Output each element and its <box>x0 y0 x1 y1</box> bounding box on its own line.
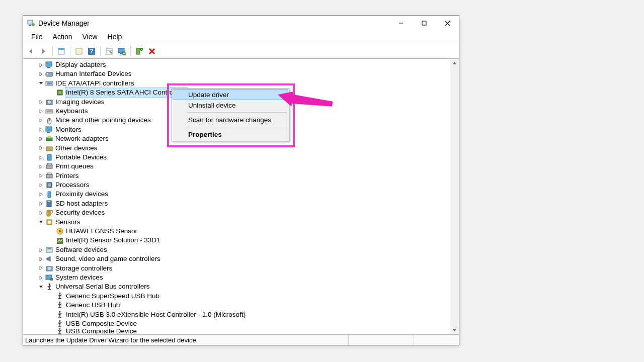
chevron-right-icon[interactable] <box>38 62 44 68</box>
vertical-scrollbar[interactable] <box>450 59 459 334</box>
tree-label: Imaging devices <box>55 98 105 107</box>
device-item[interactable]: USB Composite Device <box>23 319 450 328</box>
device-item[interactable]: Generic SuperSpeed USB Hub <box>23 292 450 301</box>
camera-icon <box>45 98 53 106</box>
device-category[interactable]: Portable Devices <box>23 153 450 162</box>
device-category[interactable]: Printers <box>23 171 450 180</box>
usbdev-icon <box>56 328 64 334</box>
chevron-right-icon[interactable] <box>38 183 44 188</box>
system-icon <box>45 274 53 282</box>
chevron-right-icon[interactable] <box>38 173 44 178</box>
context-menu-update-driver[interactable]: Update driver <box>173 89 288 100</box>
printer-icon <box>45 162 53 170</box>
device-category[interactable]: Print queues <box>23 162 450 171</box>
chevron-down-icon[interactable] <box>38 284 44 290</box>
close-button[interactable] <box>436 16 459 31</box>
menubar: File Action View Help <box>23 31 459 44</box>
tree-label: USB Composite Device <box>66 319 137 328</box>
chevron-right-icon[interactable] <box>38 71 44 77</box>
show-hidden-button[interactable] <box>56 46 67 56</box>
chevron-right-icon[interactable] <box>38 127 44 132</box>
tree-label: Storage controllers <box>55 264 112 273</box>
svg-rect-2 <box>28 26 32 26</box>
device-category[interactable]: Sound, video and game controllers <box>23 254 450 263</box>
svg-rect-39 <box>47 132 50 133</box>
tree-label: USB Composite Device <box>66 328 137 334</box>
gnss-icon <box>56 227 64 235</box>
chevron-right-icon[interactable] <box>38 118 44 123</box>
menu-action[interactable]: Action <box>48 32 77 43</box>
scroll-up-button[interactable] <box>450 59 459 67</box>
device-category[interactable]: Universal Serial Bus controllers <box>23 282 450 291</box>
chevron-right-icon[interactable] <box>38 275 44 281</box>
sensor2-icon <box>56 237 64 245</box>
keyboard-icon <box>45 107 53 115</box>
device-item[interactable]: Generic USB Hub <box>23 301 450 310</box>
device-category[interactable]: Other devices <box>23 144 450 153</box>
svg-point-71 <box>59 328 61 329</box>
back-button[interactable] <box>26 46 37 56</box>
menu-view[interactable]: View <box>77 32 102 43</box>
help-button[interactable]: ? <box>86 46 97 56</box>
toolbar-separator <box>100 46 101 56</box>
svg-rect-0 <box>28 20 33 24</box>
tree-label: Intel(R) Sensor Solution - 33D1 <box>66 236 160 245</box>
display-icon <box>45 61 53 69</box>
chevron-right-icon[interactable] <box>38 210 44 216</box>
chevron-right-icon[interactable] <box>38 99 44 105</box>
chevron-right-icon[interactable] <box>38 247 44 253</box>
svg-rect-10 <box>76 48 82 54</box>
chevron-right-icon[interactable] <box>38 155 44 160</box>
context-menu-scan-hardware[interactable]: Scan for hardware changes <box>173 114 288 125</box>
device-category[interactable]: Sensors <box>23 218 450 227</box>
portable-icon <box>45 153 53 161</box>
chevron-right-icon[interactable] <box>38 164 44 169</box>
device-category[interactable]: Storage controllers <box>23 264 450 273</box>
svg-rect-5 <box>422 21 426 25</box>
device-category[interactable]: Proximity devices <box>23 190 450 199</box>
chevron-right-icon[interactable] <box>38 201 44 207</box>
svg-rect-61 <box>47 248 51 249</box>
context-menu-properties[interactable]: Properties <box>173 129 288 140</box>
device-item[interactable]: Intel(R) USB 3.0 eXtensible Host Control… <box>23 310 450 319</box>
svg-rect-52 <box>48 201 50 202</box>
chevron-right-icon[interactable] <box>38 256 44 262</box>
device-category[interactable]: SD host adapters <box>23 199 450 208</box>
toolbar-separator <box>70 46 70 56</box>
scan-button[interactable] <box>116 46 127 56</box>
device-category[interactable]: System devices <box>23 273 450 282</box>
device-item[interactable]: USB Composite Device <box>23 328 450 334</box>
device-item[interactable]: Intel(R) Sensor Solution - 33D1 <box>23 236 450 245</box>
scroll-down-button[interactable] <box>450 326 459 334</box>
device-item[interactable]: HUAWEI GNSS Sensor <box>23 227 450 236</box>
device-category[interactable]: Software devices <box>23 245 450 254</box>
menu-help[interactable]: Help <box>103 32 127 43</box>
chevron-right-icon[interactable] <box>38 192 44 197</box>
device-category[interactable]: Security devices <box>23 208 450 217</box>
chevron-right-icon[interactable] <box>38 109 44 114</box>
svg-rect-46 <box>46 174 52 178</box>
uninstall-button[interactable] <box>146 46 157 56</box>
device-manager-window: Device Manager File Action View Help ? D… <box>23 15 459 345</box>
device-category[interactable]: Display adapters <box>23 60 450 69</box>
chevron-down-icon[interactable] <box>38 80 44 86</box>
usbdev-icon <box>56 320 64 328</box>
minimize-button[interactable] <box>389 16 413 31</box>
menu-file[interactable]: File <box>26 32 48 43</box>
chevron-right-icon[interactable] <box>38 136 44 142</box>
chevron-right-icon[interactable] <box>38 265 44 271</box>
device-category[interactable]: IDE ATA/ATAPI controllers <box>23 79 450 88</box>
all-actions-button[interactable] <box>73 46 85 56</box>
chevron-down-icon[interactable] <box>38 219 44 225</box>
properties-button[interactable] <box>104 46 115 56</box>
monitor-icon <box>45 126 53 134</box>
tree-label: Generic USB Hub <box>66 301 120 310</box>
context-menu-uninstall-device[interactable]: Uninstall device <box>173 100 288 111</box>
titlebar: Device Manager <box>23 16 459 31</box>
device-category[interactable]: Human Interface Devices <box>23 69 450 78</box>
maximize-button[interactable] <box>413 16 436 31</box>
chevron-right-icon[interactable] <box>38 145 44 151</box>
enable-button[interactable] <box>134 46 145 56</box>
forward-button[interactable] <box>38 46 49 56</box>
device-category[interactable]: Processors <box>23 180 450 190</box>
